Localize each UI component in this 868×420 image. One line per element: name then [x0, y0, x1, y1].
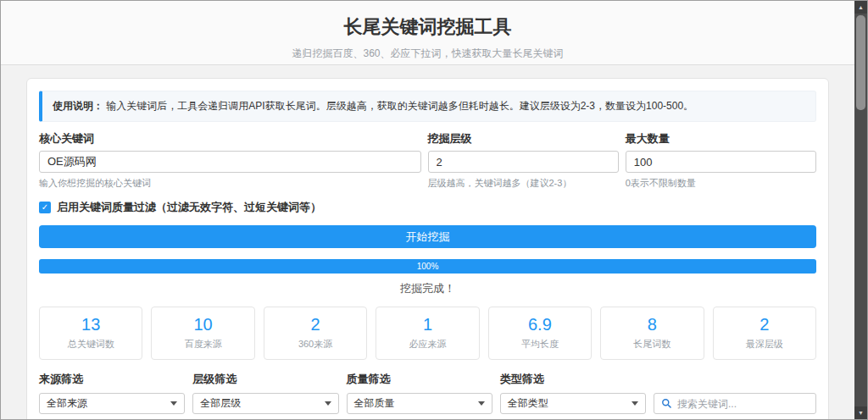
scrollbar-thumb[interactable]: [856, 15, 865, 110]
page-title: 长尾关键词挖掘工具: [1, 14, 854, 40]
stat-avg-length: 6.9 平均长度: [488, 307, 592, 360]
depth-field-label: 挖掘层级: [428, 131, 619, 146]
stat-label: 百度来源: [153, 338, 252, 351]
scroll-up-button[interactable]: ▲: [854, 1, 867, 14]
stat-bing-source: 1 必应来源: [376, 307, 479, 360]
usage-notice-text: 输入关键词后，工具会递归调用API获取长尾词。层级越高，获取的关键词越多但耗时越…: [106, 100, 693, 112]
stat-value: 8: [603, 315, 701, 334]
stats-row: 13 总关键词数 10 百度来源 2 360来源 1 必应来源 6.9 平均: [39, 307, 816, 360]
stat-value: 1: [378, 315, 476, 334]
max-count-field: 最大数量 0表示不限制数量: [626, 131, 816, 190]
keyword-search-box[interactable]: [654, 393, 816, 414]
main-card: 使用说明： 输入关键词后，工具会递归调用API获取长尾词。层级越高，获取的关键词…: [26, 78, 829, 419]
source-filter-label: 来源筛选: [39, 372, 185, 387]
stat-label: 360来源: [266, 338, 364, 351]
stat-total-keywords: 13 总关键词数: [39, 307, 142, 360]
scroll-down-button[interactable]: ▼: [854, 406, 867, 419]
usage-notice: 使用说明： 输入关键词后，工具会递归调用API获取长尾词。层级越高，获取的关键词…: [39, 91, 816, 122]
stat-longtail-count: 8 长尾词数: [600, 307, 704, 360]
scroll-up-icon: ▲: [858, 4, 864, 10]
max-count-input[interactable]: [626, 151, 816, 173]
progress-fill: 100%: [39, 259, 816, 274]
keyword-field-label: 核心关键词: [39, 131, 421, 146]
stat-label: 最深层级: [715, 338, 814, 351]
keyword-hint: 输入你想挖掘的核心关键词: [39, 177, 421, 190]
level-filter-select[interactable]: 全部层级: [192, 393, 338, 414]
depth-field: 挖掘层级 层级越高，关键词越多（建议2-3）: [428, 131, 619, 190]
search-filter: [654, 393, 816, 414]
source-filter-select[interactable]: 全部来源: [39, 393, 185, 414]
quality-filter-value: 全部质量: [354, 396, 395, 411]
scroll-down-icon: ▼: [858, 410, 864, 416]
type-filter: 类型筛选 全部类型: [500, 372, 646, 414]
source-filter: 来源筛选 全部来源: [39, 372, 185, 414]
search-icon: [661, 398, 672, 409]
stat-label: 必应来源: [378, 338, 476, 351]
progress-bar: 100%: [39, 259, 816, 274]
stat-value: 13: [42, 315, 140, 334]
page-header: 长尾关键词挖掘工具 递归挖掘百度、360、必应下拉词，快速获取大量长尾关键词: [1, 1, 854, 65]
stat-baidu-source: 10 百度来源: [151, 307, 254, 360]
keyword-input[interactable]: [39, 151, 421, 173]
chevron-down-icon: [632, 401, 638, 406]
keyword-search-input[interactable]: [677, 398, 809, 410]
quality-filter-toggle[interactable]: ✓ 启用关键词质量过滤（过滤无效字符、过短关键词等）: [39, 200, 816, 215]
stat-value: 2: [715, 315, 814, 334]
mining-status-text: 挖掘完成！: [39, 281, 816, 296]
max-count-field-label: 最大数量: [626, 131, 816, 146]
stat-label: 总关键词数: [42, 338, 140, 351]
quality-filter: 质量筛选 全部质量: [347, 372, 492, 414]
chevron-down-icon: [478, 401, 485, 406]
stat-label: 长尾词数: [603, 338, 701, 351]
type-filter-value: 全部类型: [508, 396, 548, 411]
usage-notice-label: 使用说明：: [53, 100, 103, 112]
progress-percent: 100%: [417, 262, 439, 271]
depth-hint: 层级越高，关键词越多（建议2-3）: [428, 177, 619, 190]
stat-label: 平均长度: [491, 338, 589, 351]
depth-input[interactable]: [428, 151, 619, 173]
start-mining-button[interactable]: 开始挖掘: [39, 225, 816, 248]
source-filter-value: 全部来源: [47, 396, 87, 411]
checkbox-checked-icon[interactable]: ✓: [39, 202, 51, 213]
stat-value: 2: [266, 315, 364, 334]
mining-form: 核心关键词 输入你想挖掘的核心关键词 挖掘层级 层级越高，关键词越多（建议2-3…: [39, 131, 816, 190]
quality-filter-select[interactable]: 全部质量: [347, 393, 492, 414]
chevron-down-icon: [170, 401, 177, 406]
quality-filter-select-label: 质量筛选: [347, 372, 492, 387]
page-content: 长尾关键词挖掘工具 递归挖掘百度、360、必应下拉词，快速获取大量长尾关键词 使…: [1, 1, 854, 419]
stat-max-depth: 2 最深层级: [713, 307, 816, 360]
type-filter-label: 类型筛选: [500, 372, 646, 387]
page-subtitle: 递归挖掘百度、360、必应下拉词，快速获取大量长尾关键词: [1, 47, 854, 61]
level-filter-value: 全部层级: [200, 396, 241, 411]
vertical-scrollbar[interactable]: ▲ ▼: [854, 1, 867, 419]
stat-360-source: 2 360来源: [264, 307, 367, 360]
stat-value: 6.9: [491, 315, 589, 334]
level-filter: 层级筛选 全部层级: [192, 372, 338, 414]
type-filter-select[interactable]: 全部类型: [500, 393, 646, 414]
stat-value: 10: [153, 315, 252, 334]
quality-filter-label: 启用关键词质量过滤（过滤无效字符、过短关键词等）: [57, 200, 321, 215]
level-filter-label: 层级筛选: [192, 372, 338, 387]
filter-row: 来源筛选 全部来源 层级筛选 全部层级 质量筛选 全部: [39, 372, 816, 414]
app-window: 长尾关键词挖掘工具 递归挖掘百度、360、必应下拉词，快速获取大量长尾关键词 使…: [0, 0, 868, 420]
max-count-hint: 0表示不限制数量: [626, 177, 816, 190]
keyword-field: 核心关键词 输入你想挖掘的核心关键词: [39, 131, 421, 190]
chevron-down-icon: [325, 401, 331, 406]
